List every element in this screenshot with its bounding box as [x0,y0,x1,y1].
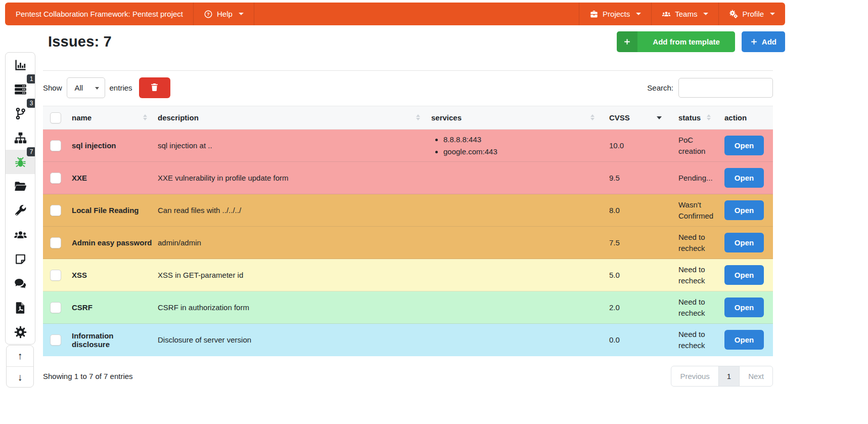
profile-menu[interactable]: Profile [718,3,785,25]
table-row[interactable]: Admin easy passwordadmin/admin7.5Need to… [43,227,773,259]
service-item: google.com:443 [443,146,600,157]
projects-menu[interactable]: Projects [579,3,651,25]
pagination-next[interactable]: Next [739,366,773,387]
column-header-description[interactable]: description [152,106,425,130]
issue-cvss: 0.0 [600,324,668,356]
pagination: Previous 1 Next [671,366,773,387]
table-row[interactable]: sql injectionsql injection at ..8.8.8.8:… [43,130,773,162]
gears-icon [729,10,738,19]
select-all-checkbox[interactable] [50,112,61,123]
pagination-previous[interactable]: Previous [671,366,718,387]
row-checkbox[interactable] [50,140,61,151]
issue-cvss: 2.0 [600,291,668,324]
chevron-down-icon [95,87,99,90]
issue-cvss: 5.0 [600,259,668,291]
page-size-select[interactable]: All [67,77,105,98]
sidebar-item-folder-open[interactable] [6,174,35,198]
help-label: Help [217,10,233,18]
divider [43,70,773,71]
navbar-brand[interactable]: Pentest Collaboration Framework: Pentest… [5,3,193,25]
sidebar-item-hosts[interactable]: 1 [6,77,35,101]
column-header-cvss[interactable]: CVSS [600,106,668,130]
add-button[interactable]: Add [742,31,785,52]
open-issue-button[interactable]: Open [724,330,764,350]
table-header-row: name description services CVSS status ac… [43,106,773,130]
issue-name: XSS [66,259,152,291]
issue-description: CSRF in authorization form [152,291,425,324]
scroll-up-button[interactable]: ↑ [7,346,33,366]
column-header-name[interactable]: name [66,106,152,130]
row-checkbox[interactable] [50,205,61,216]
issue-description: XXE vulnerability in profile update form [152,162,425,194]
issue-name: Information disclosure [66,324,152,356]
issue-cvss: 8.0 [600,194,668,227]
open-issue-button[interactable]: Open [724,233,764,252]
issue-cvss: 9.5 [600,162,668,194]
search-label: Search: [647,83,673,92]
issue-name: Local File Reading [66,194,152,227]
issue-services [425,291,600,324]
gear-icon [14,325,27,339]
issue-description: sql injection at .. [152,130,425,162]
sidebar-item-sitemap[interactable] [6,125,35,150]
delete-selected-button[interactable] [139,77,170,98]
row-checkbox[interactable] [50,173,61,184]
issues-table: name description services CVSS status ac… [43,106,773,356]
row-checkbox[interactable] [50,237,61,248]
open-issue-button[interactable]: Open [724,265,764,285]
chevron-down-icon [770,13,775,15]
table-row[interactable]: CSRFCSRF in authorization form2.0Need to… [43,291,773,324]
table-row[interactable]: XSSXSS in GET-parameter id5.0Need to rec… [43,259,773,291]
column-header-action: action [716,106,773,130]
sidebar-item-users[interactable] [6,223,35,247]
issue-services [425,162,600,194]
sidebar-rail: 137 [5,52,35,345]
scroll-down-button[interactable]: ↓ [7,366,33,387]
table-row[interactable]: Local File ReadingCan read files with ..… [43,194,773,227]
sidebar-item-code-branch[interactable]: 3 [6,101,35,125]
column-header-status[interactable]: status [668,106,716,130]
help-menu[interactable]: ? Help [193,3,254,25]
open-issue-button[interactable]: Open [724,200,764,220]
table-row[interactable]: XXEXXE vulnerability in profile update f… [43,162,773,194]
search-input[interactable] [678,78,773,98]
issue-status: Need to recheck [668,324,716,356]
add-from-template-label: Add from template [637,31,735,52]
count-badge: 3 [27,99,35,108]
chart-bar-icon [14,58,27,72]
sidebar-item-sticky-note[interactable] [6,247,35,271]
issue-services: 8.8.8.8:443google.com:443 [425,130,600,162]
issue-status: Need to recheck [668,291,716,324]
row-checkbox[interactable] [50,302,61,313]
row-checkbox[interactable] [50,334,61,346]
teams-menu[interactable]: Teams [651,3,718,25]
issue-status: Need to recheck [668,259,716,291]
add-from-template-button[interactable]: Add from template [617,31,735,52]
projects-label: Projects [603,10,630,18]
sidebar-item-bug[interactable]: 7 [6,150,35,174]
open-issue-button[interactable]: Open [724,168,764,188]
brand-label: Pentest Collaboration Framework: Pentest… [16,10,183,18]
comments-icon [14,277,27,290]
help-circle-icon: ? [204,10,213,19]
column-header-services[interactable]: services [425,106,600,130]
teams-label: Teams [675,10,697,18]
row-checkbox[interactable] [50,270,61,281]
bug-icon [14,155,27,169]
open-issue-button[interactable]: Open [724,298,764,317]
sidebar-item-chart-bar[interactable] [6,53,35,77]
sidebar-item-comments[interactable] [6,271,35,295]
sort-icon [590,114,595,120]
select-all-header[interactable] [43,106,66,130]
sidebar-item-wrench[interactable] [6,198,35,223]
open-issue-button[interactable]: Open [724,136,764,155]
issue-status: Need to recheck [668,227,716,259]
sidebar-item-file-pdf[interactable] [6,295,35,320]
issue-cvss: 7.5 [600,227,668,259]
pagination-page-1[interactable]: 1 [718,366,740,387]
sidebar-item-gear[interactable] [6,320,35,344]
service-item: 8.8.8.8:443 [443,134,600,145]
table-row[interactable]: Information disclosureDisclosure of serv… [43,324,773,356]
users-icon [14,228,27,242]
issue-status: Wasn't Confirmed [668,194,716,227]
